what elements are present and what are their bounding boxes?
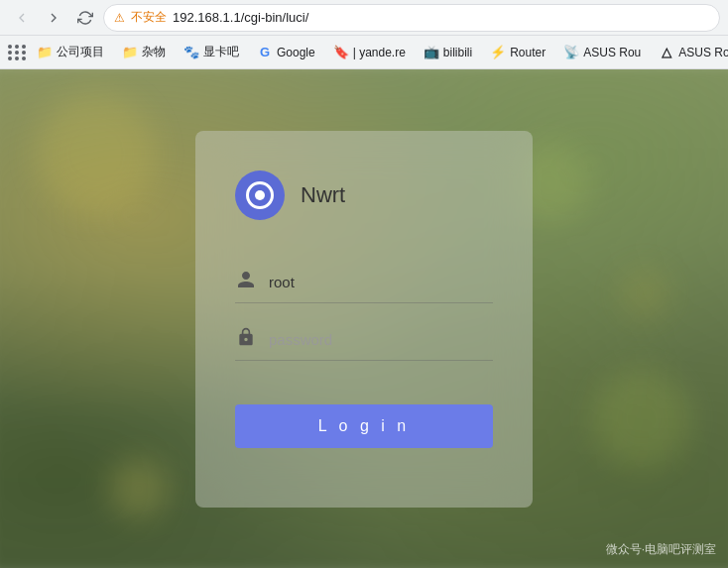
bookmark-google[interactable]: G Google	[249, 42, 323, 63]
user-icon	[235, 270, 257, 294]
password-input[interactable]	[269, 331, 493, 348]
clash-icon: ⚡	[490, 45, 506, 60]
username-input[interactable]	[269, 274, 493, 290]
browser-chrome: ⚠ 不安全 192.168.1.1/cgi-bin/luci/ 📁 公司项目 📁…	[0, 0, 728, 69]
address-bar[interactable]: ⚠ 不安全 192.168.1.1/cgi-bin/luci/	[103, 4, 720, 32]
logo-ring	[246, 181, 274, 209]
watermark: 微众号·电脑吧评测室	[606, 541, 716, 558]
bookmark-misc[interactable]: 📁 杂物	[114, 41, 174, 63]
folder-icon: 📁	[37, 45, 53, 60]
paw-icon: 🐾	[183, 45, 199, 60]
login-button[interactable]: L o g i n	[235, 404, 493, 448]
login-card: Nwrt L o g i n	[195, 131, 533, 508]
app-logo	[235, 170, 285, 220]
page-content: Nwrt L o g i n 微众号·电脑吧评测室	[0, 69, 728, 568]
bookmark-yandex[interactable]: 🔖 | yande.re	[325, 42, 414, 63]
lock-icon	[235, 327, 257, 352]
url-display: 192.168.1.1/cgi-bin/luci/	[173, 10, 308, 25]
bookmark-router[interactable]: 📡 ASUS Rou	[555, 42, 649, 63]
nav-bar: ⚠ 不安全 192.168.1.1/cgi-bin/luci/	[0, 0, 728, 36]
security-warning-icon: ⚠	[114, 11, 125, 25]
bilibili-icon: 📺	[424, 45, 439, 60]
bookmark-asus[interactable]: △ ASUS Rou	[651, 42, 728, 63]
username-field-row	[235, 270, 493, 303]
yandex-icon: 🔖	[333, 45, 349, 60]
logo-section: Nwrt	[235, 170, 345, 220]
back-button[interactable]	[8, 4, 36, 32]
bookmark-company[interactable]: 📁 公司项目	[29, 41, 112, 63]
bookmark-bilibili[interactable]: 📺 bilibili	[416, 42, 480, 63]
bookmarks-bar: 📁 公司项目 📁 杂物 🐾 显卡吧 G Google 🔖 | yande.re …	[0, 36, 728, 69]
bokeh-1	[37, 94, 156, 213]
password-field-row	[235, 327, 493, 361]
bookmark-clash[interactable]: ⚡ Router	[482, 42, 553, 63]
security-label: 不安全	[131, 9, 167, 26]
folder-icon: 📁	[122, 45, 138, 60]
bookmark-gpu[interactable]: 🐾 显卡吧	[176, 41, 247, 63]
router-icon: 📡	[563, 45, 579, 60]
apps-button[interactable]	[8, 39, 27, 66]
google-icon: G	[257, 45, 273, 60]
app-name: Nwrt	[301, 182, 345, 208]
asus-icon: △	[659, 45, 674, 60]
forward-button[interactable]	[40, 4, 67, 32]
bokeh-4	[109, 459, 169, 518]
reload-button[interactable]	[71, 4, 99, 32]
